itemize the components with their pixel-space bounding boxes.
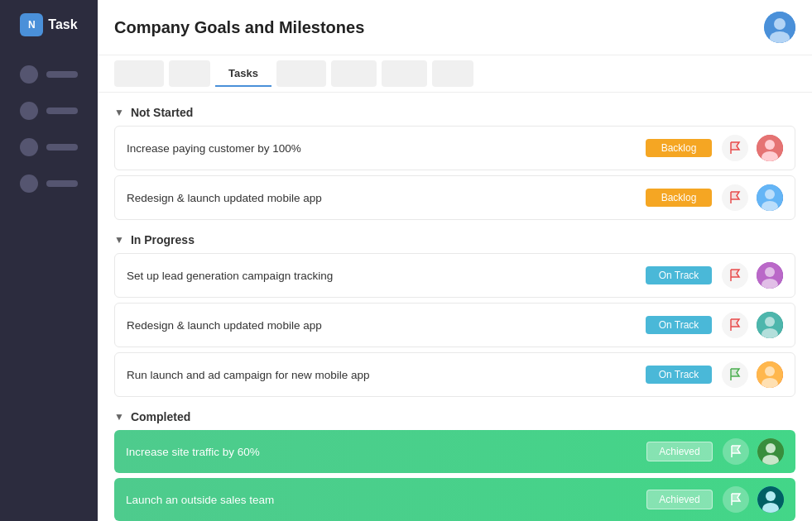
sidebar-item-3[interactable] — [12, 132, 86, 162]
section-header-completed[interactable]: ▼ Completed — [114, 410, 795, 423]
task-badge-backlog[interactable]: Backlog — [646, 189, 712, 207]
section-header-not-started[interactable]: ▼ Not Started — [114, 106, 795, 119]
task-badge-backlog[interactable]: Backlog — [646, 139, 712, 157]
section-completed: ▼ Completed Increase site traffic by 60%… — [114, 410, 795, 521]
task-name: Run launch and ad campaign for new mobil… — [127, 369, 646, 381]
task-row: Increase paying customer by 100% Backlog — [114, 126, 795, 170]
svg-point-13 — [765, 317, 775, 327]
task-row: Set up lead generation campaign tracking… — [114, 253, 795, 298]
section-not-started: ▼ Not Started Increase paying customer b… — [114, 106, 795, 220]
task-name: Set up lead generation campaign tracking — [127, 270, 646, 282]
tab-1[interactable] — [114, 60, 164, 87]
task-row-achieved: Launch an outside sales team Achieved — [114, 478, 795, 521]
svg-point-19 — [766, 443, 776, 453]
section-title: Completed — [131, 410, 190, 423]
tab-6[interactable] — [382, 60, 427, 87]
sidebar-dot — [20, 65, 38, 84]
avatar[interactable] — [764, 12, 795, 43]
flag-button[interactable] — [723, 438, 749, 465]
task-badge-ontrack[interactable]: On Track — [646, 316, 712, 334]
flag-button[interactable] — [722, 184, 748, 211]
task-row: Run launch and ad campaign for new mobil… — [114, 352, 795, 397]
task-badge-achieved[interactable]: Achieved — [646, 442, 713, 461]
avatar — [757, 135, 783, 161]
svg-point-22 — [766, 491, 776, 501]
main-content: Company Goals and Milestones Tasks ▼ Not… — [98, 0, 812, 521]
page-title: Company Goals and Milestones — [114, 18, 364, 37]
section-in-progress: ▼ In Progress Set up lead generation cam… — [114, 233, 795, 397]
sidebar-dot — [20, 138, 38, 156]
task-name: Redesign & launch updated mobile app — [127, 192, 646, 204]
svg-point-1 — [774, 18, 786, 30]
flag-button[interactable] — [723, 486, 749, 513]
avatar — [757, 312, 783, 338]
svg-point-10 — [765, 267, 775, 277]
task-name: Redesign & launch updated mobile app — [127, 319, 646, 332]
app-name: Task — [48, 17, 77, 32]
tab-7[interactable] — [432, 60, 473, 87]
sidebar-line — [46, 71, 78, 78]
content-area: ▼ Not Started Increase paying customer b… — [98, 93, 812, 521]
section-header-in-progress[interactable]: ▼ In Progress — [114, 233, 795, 246]
sidebar-line — [46, 108, 78, 114]
sidebar-line — [46, 144, 78, 151]
chevron-icon: ▼ — [114, 234, 124, 246]
task-row-achieved: Increase site traffic by 60% Achieved — [114, 430, 795, 473]
header: Company Goals and Milestones — [98, 0, 812, 55]
tab-2[interactable] — [169, 60, 210, 87]
tab-tasks[interactable]: Tasks — [215, 60, 271, 87]
sidebar-dot — [20, 102, 38, 120]
sidebar-line — [46, 180, 78, 187]
chevron-icon: ▼ — [114, 107, 124, 118]
sidebar-dot — [20, 174, 38, 193]
tab-5[interactable] — [331, 60, 377, 87]
task-badge-ontrack[interactable]: On Track — [646, 266, 712, 284]
task-row: Redesign & launch updated mobile app On … — [114, 303, 795, 347]
section-title: Not Started — [131, 106, 193, 119]
logo-icon: N — [20, 13, 43, 36]
sidebar-item-2[interactable] — [12, 96, 86, 126]
sidebar: N Task — [0, 0, 98, 521]
tab-4[interactable] — [276, 60, 326, 87]
svg-point-4 — [765, 140, 775, 150]
task-row: Redesign & launch updated mobile app Bac… — [114, 175, 795, 220]
avatar — [757, 486, 784, 513]
avatar — [757, 438, 784, 465]
section-title: In Progress — [131, 233, 195, 246]
task-badge-achieved[interactable]: Achieved — [646, 490, 713, 509]
sidebar-item-4[interactable] — [12, 169, 86, 198]
svg-point-7 — [765, 189, 775, 199]
flag-button[interactable] — [722, 312, 748, 338]
app-logo[interactable]: N Task — [20, 13, 77, 36]
flag-button[interactable] — [722, 135, 748, 161]
task-name: Increase site traffic by 60% — [126, 446, 646, 458]
avatar — [757, 262, 783, 289]
chevron-icon: ▼ — [114, 411, 124, 423]
task-name: Launch an outside sales team — [126, 494, 646, 506]
flag-button[interactable] — [722, 262, 748, 289]
task-name: Increase paying customer by 100% — [127, 142, 646, 155]
tabs-bar: Tasks — [98, 55, 812, 93]
sidebar-item-1[interactable] — [12, 60, 86, 89]
flag-button[interactable] — [722, 361, 748, 388]
task-badge-ontrack[interactable]: On Track — [646, 366, 712, 384]
avatar — [757, 361, 783, 388]
avatar — [757, 184, 783, 211]
svg-point-16 — [765, 366, 775, 376]
